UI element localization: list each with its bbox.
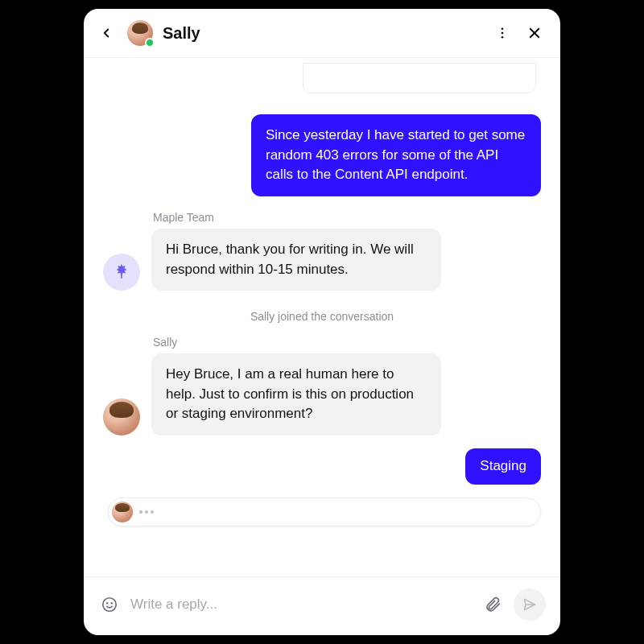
agent-avatar: [103, 398, 140, 436]
previous-message-card: [303, 63, 536, 93]
emoji-button[interactable]: [98, 593, 121, 616]
dots-vertical-icon: [495, 26, 510, 40]
maple-leaf-icon: [112, 262, 131, 282]
svg-rect-5: [121, 275, 122, 279]
back-button[interactable]: [95, 22, 118, 44]
svg-point-7: [107, 603, 108, 604]
composer: [84, 577, 560, 635]
chat-window: Sally Since yesterday I have started to …: [84, 9, 560, 635]
typing-dots-icon: [139, 510, 154, 514]
svg-point-2: [502, 36, 504, 39]
smile-icon: [101, 596, 118, 613]
team-avatar: [103, 254, 140, 291]
typing-indicator: [108, 497, 541, 526]
system-message: Sally joined the conversation: [103, 310, 541, 323]
header-avatar[interactable]: [127, 20, 153, 46]
chat-header: Sally: [84, 9, 560, 57]
message-bubble-outgoing: Staging: [465, 448, 541, 485]
message-list[interactable]: Since yesterday I have started to get so…: [84, 58, 560, 576]
message-bubble-incoming: Hey Bruce, I am a real human here to hel…: [151, 353, 441, 436]
presence-dot-icon: [145, 38, 155, 47]
close-icon: [527, 26, 542, 40]
send-button[interactable]: [514, 588, 546, 621]
message-row: Staging: [103, 448, 541, 485]
reply-input-wrapper: [130, 597, 472, 613]
message-row: Hey Bruce, I am a real human here to hel…: [103, 353, 541, 436]
send-icon: [522, 597, 538, 613]
svg-point-0: [502, 27, 504, 30]
typing-avatar: [112, 502, 133, 522]
svg-point-1: [502, 32, 504, 35]
sender-label: Sally: [153, 336, 541, 349]
more-button[interactable]: [491, 22, 514, 44]
close-button[interactable]: [523, 22, 546, 44]
message-row: Since yesterday I have started to get so…: [103, 114, 541, 196]
message-bubble-outgoing: Since yesterday I have started to get so…: [251, 114, 541, 196]
svg-point-8: [111, 603, 112, 604]
paperclip-icon: [484, 596, 502, 613]
message-bubble-incoming: Hi Bruce, thank you for writing in. We w…: [151, 229, 441, 291]
chat-title: Sally: [163, 24, 200, 43]
svg-point-6: [103, 598, 117, 612]
sender-label: Maple Team: [153, 211, 541, 224]
reply-input[interactable]: [130, 597, 472, 613]
chevron-left-icon: [99, 26, 114, 40]
attach-button[interactable]: [481, 593, 504, 616]
message-row: Hi Bruce, thank you for writing in. We w…: [103, 229, 541, 291]
